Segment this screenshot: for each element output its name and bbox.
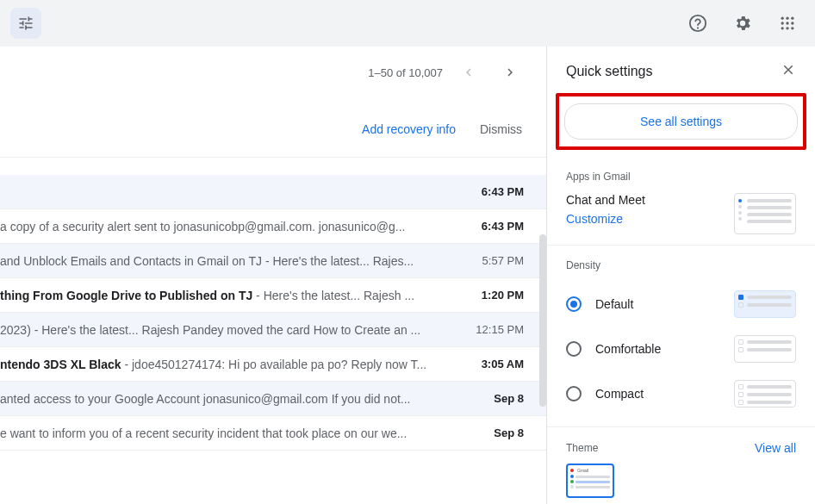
tune-filters-button[interactable] [10, 8, 41, 39]
density-label: Default [595, 297, 633, 311]
svg-point-6 [781, 27, 784, 29]
email-time: 5:57 PM [482, 254, 524, 267]
email-row[interactable]: anted access to your Google Account jona… [0, 382, 546, 416]
quick-settings-panel: Quick settings See all settings Apps in … [546, 47, 815, 504]
main-pane: 1–50 of 10,007 Add recovery info Dismiss… [0, 47, 546, 504]
density-thumbnail [734, 290, 796, 318]
svg-point-2 [791, 17, 793, 20]
email-snippet: anted access to your Google Account jona… [0, 392, 480, 406]
email-snippet: and Unblock Emails and Contacts in Gmail… [0, 254, 469, 268]
chevron-left-icon [461, 65, 476, 80]
scrollbar[interactable] [539, 234, 546, 407]
email-time: 6:43 PM [482, 220, 524, 233]
density-option-default[interactable]: Default [566, 282, 796, 327]
email-row[interactable]: 6:43 PM [0, 175, 546, 209]
topbar-actions [681, 6, 805, 40]
chevron-right-icon [502, 65, 518, 80]
theme-thumbnail-default[interactable]: Gmail [566, 464, 614, 498]
density-thumbnail [734, 380, 796, 408]
svg-point-8 [791, 27, 793, 29]
close-button[interactable] [781, 62, 796, 81]
email-time: 3:05 AM [482, 358, 524, 370]
content: 1–50 of 10,007 Add recovery info Dismiss… [0, 47, 815, 504]
email-row[interactable]: a copy of a security alert sent to jonas… [0, 209, 546, 244]
pagination: 1–50 of 10,007 [0, 47, 546, 88]
radio-button[interactable] [566, 341, 582, 357]
email-snippet: e want to inform you of a recent securit… [0, 426, 480, 440]
email-time: 6:43 PM [482, 185, 524, 198]
theme-section: Theme View all Gmail [547, 427, 815, 504]
view-all-themes-link[interactable]: View all [755, 441, 796, 455]
see-all-settings-button[interactable]: See all settings [564, 103, 798, 140]
settings-button[interactable] [725, 6, 760, 40]
svg-point-3 [781, 22, 784, 24]
see-all-settings-highlight: See all settings [556, 93, 806, 150]
recovery-banner: Add recovery info Dismiss [0, 102, 546, 158]
density-title: Density [566, 259, 796, 271]
prev-page-button[interactable] [453, 57, 484, 88]
email-row[interactable]: thing From Google Drive to Published on … [0, 278, 546, 313]
gear-icon [733, 14, 752, 33]
email-time: Sep 8 [494, 426, 524, 439]
theme-title: Theme [566, 442, 598, 454]
radio-button[interactable] [566, 296, 582, 312]
svg-point-5 [791, 22, 793, 24]
density-label: Comfortable [595, 342, 661, 356]
svg-point-7 [786, 27, 788, 29]
density-label: Compact [595, 387, 644, 401]
email-time: 12:15 PM [476, 323, 524, 336]
email-time: 1:20 PM [482, 289, 524, 302]
add-recovery-link[interactable]: Add recovery info [362, 122, 456, 136]
email-row[interactable]: 2023) - Here's the latest... Rajesh Pand… [0, 313, 546, 347]
email-time: Sep 8 [494, 392, 524, 405]
email-snippet: a copy of a security alert sent to jonas… [0, 220, 468, 233]
chat-and-meet-row: Chat and Meet Customize [566, 193, 796, 234]
svg-point-4 [786, 22, 788, 24]
radio-button[interactable] [566, 386, 582, 401]
apps-grid-icon [779, 15, 796, 32]
pagination-range: 1–50 of 10,007 [368, 66, 443, 79]
density-option-compact[interactable]: Compact [566, 371, 796, 416]
quick-settings-header: Quick settings [547, 47, 815, 86]
chat-meet-thumbnail [734, 193, 796, 234]
svg-point-1 [786, 17, 788, 20]
email-row[interactable]: ntendo 3DS XL Black - jdoe4501274174: Hi… [0, 347, 546, 382]
density-section: Density DefaultComfortableCompact [547, 246, 815, 427]
tune-icon [17, 15, 34, 32]
email-list: 6:43 PMa copy of a security alert sent t… [0, 175, 546, 451]
apps-section-title: Apps in Gmail [566, 171, 796, 183]
density-options: DefaultComfortableCompact [566, 282, 796, 416]
dismiss-button[interactable]: Dismiss [480, 122, 522, 136]
density-option-comfortable[interactable]: Comfortable [566, 327, 796, 371]
customize-link[interactable]: Customize [566, 212, 645, 226]
email-snippet: thing From Google Drive to Published on … [0, 289, 468, 302]
svg-point-0 [781, 17, 784, 20]
topbar [0, 0, 815, 47]
chat-meet-label: Chat and Meet [566, 193, 645, 207]
help-button[interactable] [681, 6, 715, 40]
next-page-button[interactable] [495, 57, 526, 88]
email-snippet: ntendo 3DS XL Black - jdoe4501274174: Hi… [0, 358, 468, 371]
close-icon [781, 62, 796, 78]
quick-settings-title: Quick settings [566, 64, 652, 79]
email-row[interactable]: e want to inform you of a recent securit… [0, 416, 546, 451]
email-snippet: 2023) - Here's the latest... Rajesh Pand… [0, 323, 462, 337]
email-row[interactable]: and Unblock Emails and Contacts in Gmail… [0, 244, 546, 278]
help-icon [688, 14, 707, 33]
apps-in-gmail-section: Apps in Gmail Chat and Meet Customize [547, 157, 815, 246]
density-thumbnail [734, 335, 796, 363]
apps-button[interactable] [770, 6, 805, 40]
